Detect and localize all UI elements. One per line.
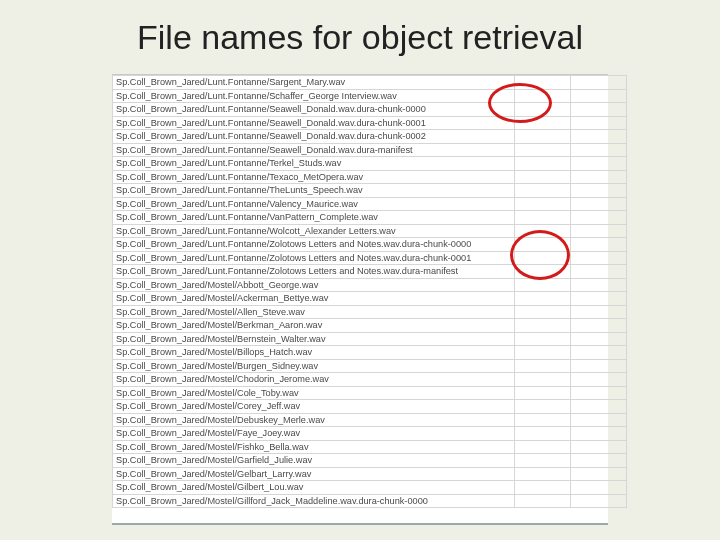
table-row: Sp.Coll_Brown_Jared/Lunt.Fontanne/Zoloto…	[113, 265, 627, 279]
empty-cell	[515, 454, 571, 468]
empty-cell	[571, 319, 627, 333]
empty-cell	[571, 427, 627, 441]
empty-cell	[571, 494, 627, 508]
table-row: Sp.Coll_Brown_Jared/Lunt.Fontanne/Seawel…	[113, 143, 627, 157]
empty-cell	[515, 494, 571, 508]
empty-cell	[515, 197, 571, 211]
table-row: Sp.Coll_Brown_Jared/Mostel/Gilbert_Lou.w…	[113, 481, 627, 495]
empty-cell	[571, 184, 627, 198]
table-row: Sp.Coll_Brown_Jared/Mostel/Gelbart_Larry…	[113, 467, 627, 481]
file-path-cell: Sp.Coll_Brown_Jared/Mostel/Bernstein_Wal…	[113, 332, 515, 346]
empty-cell	[571, 103, 627, 117]
empty-cell	[571, 211, 627, 225]
empty-cell	[571, 197, 627, 211]
file-path-cell: Sp.Coll_Brown_Jared/Lunt.Fontanne/Seawel…	[113, 143, 515, 157]
empty-cell	[515, 373, 571, 387]
empty-cell	[515, 170, 571, 184]
file-path-cell: Sp.Coll_Brown_Jared/Mostel/Gillford_Jack…	[113, 494, 515, 508]
empty-cell	[571, 359, 627, 373]
file-path-cell: Sp.Coll_Brown_Jared/Mostel/Cole_Toby.wav	[113, 386, 515, 400]
table-row: Sp.Coll_Brown_Jared/Lunt.Fontanne/Zoloto…	[113, 238, 627, 252]
empty-cell	[515, 292, 571, 306]
file-path-cell: Sp.Coll_Brown_Jared/Mostel/Chodorin_Jero…	[113, 373, 515, 387]
empty-cell	[571, 116, 627, 130]
table-row: Sp.Coll_Brown_Jared/Lunt.Fontanne/Seawel…	[113, 116, 627, 130]
file-path-cell: Sp.Coll_Brown_Jared/Mostel/Ackerman_Bett…	[113, 292, 515, 306]
empty-cell	[515, 89, 571, 103]
table-row: Sp.Coll_Brown_Jared/Lunt.Fontanne/Sargen…	[113, 76, 627, 90]
empty-cell	[571, 224, 627, 238]
table-row: Sp.Coll_Brown_Jared/Mostel/Fishko_Bella.…	[113, 440, 627, 454]
table-row: Sp.Coll_Brown_Jared/Lunt.Fontanne/Schaff…	[113, 89, 627, 103]
table-row: Sp.Coll_Brown_Jared/Mostel/Berkman_Aaron…	[113, 319, 627, 333]
empty-cell	[571, 130, 627, 144]
table-row: Sp.Coll_Brown_Jared/Mostel/Gillford_Jack…	[113, 494, 627, 508]
table-row: Sp.Coll_Brown_Jared/Mostel/Bernstein_Wal…	[113, 332, 627, 346]
empty-cell	[515, 211, 571, 225]
file-path-cell: Sp.Coll_Brown_Jared/Lunt.Fontanne/Schaff…	[113, 89, 515, 103]
table-row: Sp.Coll_Brown_Jared/Mostel/Garfield_Juli…	[113, 454, 627, 468]
empty-cell	[515, 481, 571, 495]
empty-cell	[571, 143, 627, 157]
file-path-cell: Sp.Coll_Brown_Jared/Mostel/Abbott_George…	[113, 278, 515, 292]
file-path-cell: Sp.Coll_Brown_Jared/Mostel/Debuskey_Merl…	[113, 413, 515, 427]
table-row: Sp.Coll_Brown_Jared/Mostel/Debuskey_Merl…	[113, 413, 627, 427]
file-path-cell: Sp.Coll_Brown_Jared/Lunt.Fontanne/Seawel…	[113, 103, 515, 117]
empty-cell	[571, 157, 627, 171]
empty-cell	[571, 386, 627, 400]
table-row: Sp.Coll_Brown_Jared/Mostel/Cole_Toby.wav	[113, 386, 627, 400]
empty-cell	[571, 305, 627, 319]
empty-cell	[515, 238, 571, 252]
table-row: Sp.Coll_Brown_Jared/Lunt.Fontanne/VanPat…	[113, 211, 627, 225]
empty-cell	[571, 76, 627, 90]
file-path-cell: Sp.Coll_Brown_Jared/Mostel/Gilbert_Lou.w…	[113, 481, 515, 495]
file-path-cell: Sp.Coll_Brown_Jared/Lunt.Fontanne/Seawel…	[113, 130, 515, 144]
table-row: Sp.Coll_Brown_Jared/Lunt.Fontanne/Seawel…	[113, 130, 627, 144]
empty-cell	[571, 170, 627, 184]
file-path-cell: Sp.Coll_Brown_Jared/Lunt.Fontanne/Sargen…	[113, 76, 515, 90]
empty-cell	[571, 413, 627, 427]
empty-cell	[571, 89, 627, 103]
empty-cell	[571, 454, 627, 468]
empty-cell	[515, 386, 571, 400]
empty-cell	[571, 400, 627, 414]
empty-cell	[515, 413, 571, 427]
table-row: Sp.Coll_Brown_Jared/Mostel/Billops_Hatch…	[113, 346, 627, 360]
file-path-cell: Sp.Coll_Brown_Jared/Lunt.Fontanne/VanPat…	[113, 211, 515, 225]
table-row: Sp.Coll_Brown_Jared/Mostel/Allen_Steve.w…	[113, 305, 627, 319]
empty-cell	[515, 116, 571, 130]
table-row: Sp.Coll_Brown_Jared/Mostel/Ackerman_Bett…	[113, 292, 627, 306]
empty-cell	[571, 467, 627, 481]
spreadsheet: Sp.Coll_Brown_Jared/Lunt.Fontanne/Sargen…	[112, 74, 608, 525]
empty-cell	[515, 467, 571, 481]
file-path-cell: Sp.Coll_Brown_Jared/Lunt.Fontanne/Valenc…	[113, 197, 515, 211]
empty-cell	[515, 305, 571, 319]
empty-cell	[571, 332, 627, 346]
table-row: Sp.Coll_Brown_Jared/Mostel/Burgen_Sidney…	[113, 359, 627, 373]
file-path-cell: Sp.Coll_Brown_Jared/Mostel/Fishko_Bella.…	[113, 440, 515, 454]
file-path-cell: Sp.Coll_Brown_Jared/Lunt.Fontanne/Seawel…	[113, 116, 515, 130]
file-path-cell: Sp.Coll_Brown_Jared/Lunt.Fontanne/Zoloto…	[113, 238, 515, 252]
table-row: Sp.Coll_Brown_Jared/Lunt.Fontanne/Zoloto…	[113, 251, 627, 265]
empty-cell	[515, 157, 571, 171]
empty-cell	[515, 319, 571, 333]
file-path-cell: Sp.Coll_Brown_Jared/Mostel/Burgen_Sidney…	[113, 359, 515, 373]
empty-cell	[571, 292, 627, 306]
empty-cell	[571, 481, 627, 495]
table-row: Sp.Coll_Brown_Jared/Lunt.Fontanne/Wolcot…	[113, 224, 627, 238]
file-path-cell: Sp.Coll_Brown_Jared/Mostel/Allen_Steve.w…	[113, 305, 515, 319]
empty-cell	[515, 184, 571, 198]
empty-cell	[571, 251, 627, 265]
file-path-cell: Sp.Coll_Brown_Jared/Mostel/Faye_Joey.wav	[113, 427, 515, 441]
empty-cell	[515, 265, 571, 279]
file-path-cell: Sp.Coll_Brown_Jared/Mostel/Billops_Hatch…	[113, 346, 515, 360]
empty-cell	[515, 359, 571, 373]
file-path-cell: Sp.Coll_Brown_Jared/Mostel/Berkman_Aaron…	[113, 319, 515, 333]
file-path-cell: Sp.Coll_Brown_Jared/Lunt.Fontanne/Zoloto…	[113, 251, 515, 265]
file-path-cell: Sp.Coll_Brown_Jared/Lunt.Fontanne/Zoloto…	[113, 265, 515, 279]
empty-cell	[515, 332, 571, 346]
file-path-cell: Sp.Coll_Brown_Jared/Lunt.Fontanne/TheLun…	[113, 184, 515, 198]
slide: File names for object retrieval Sp.Coll_…	[0, 0, 720, 540]
file-path-cell: Sp.Coll_Brown_Jared/Mostel/Garfield_Juli…	[113, 454, 515, 468]
file-table: Sp.Coll_Brown_Jared/Lunt.Fontanne/Sargen…	[112, 75, 627, 508]
